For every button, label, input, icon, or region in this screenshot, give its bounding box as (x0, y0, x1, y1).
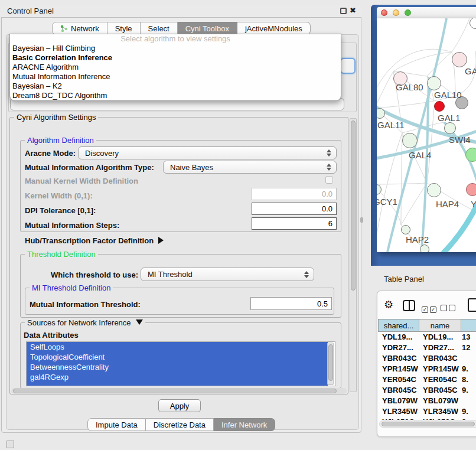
algorithm-option[interactable]: Mutual Information Inference (10, 72, 341, 81)
network-node[interactable] (427, 183, 441, 197)
sources-group-title[interactable]: Sources for Network Inference (25, 318, 145, 327)
settings-horizontal-scrollbar[interactable] (11, 388, 347, 394)
attribute-list-item[interactable] (27, 382, 328, 386)
tab-discretize-data[interactable]: Discretize Data (146, 418, 214, 431)
column-layout-icon[interactable] (403, 300, 415, 311)
network-node[interactable] (465, 148, 476, 162)
network-node[interactable] (401, 225, 410, 234)
cell-value (459, 396, 462, 406)
zoom-traffic-light-icon[interactable] (405, 9, 411, 16)
panel-divider-grip[interactable] (360, 217, 363, 223)
tab-select-label: Select (148, 24, 169, 33)
kernel-width-field[interactable] (252, 188, 337, 200)
select-all-columns-icon[interactable]: ✓✓ (422, 303, 438, 314)
cell-value: 12 (459, 343, 470, 353)
tab-select[interactable]: Select (141, 22, 178, 35)
column-header-name[interactable]: name (419, 319, 461, 332)
column-header-partial[interactable] (461, 319, 476, 332)
mi-threshold-field[interactable] (250, 297, 332, 310)
expanded-arrow-icon[interactable] (136, 319, 143, 325)
network-node[interactable] (434, 101, 445, 112)
apply-button[interactable]: Apply (158, 399, 201, 412)
mi-type-label: Mutual Information Algorithm Type: (25, 163, 154, 172)
table-row[interactable]: YLR345W YLR345W 9. (378, 406, 476, 417)
network-node[interactable] (427, 76, 441, 90)
aracne-mode-combobox[interactable]: Discovery (78, 146, 337, 159)
node-label: GAL80 (396, 82, 423, 92)
manual-kernel-checkbox[interactable] (325, 176, 333, 184)
node-label: GAL4 (409, 150, 431, 160)
minimize-traffic-light-icon[interactable] (393, 9, 399, 16)
new-table-icon[interactable] (468, 298, 476, 312)
attribute-list-item[interactable]: TopologicalCoefficient (27, 352, 328, 362)
attribute-list-item[interactable]: BetweennessCentrality (27, 362, 328, 372)
gear-icon[interactable]: ⚙ (384, 298, 393, 311)
table-hscrollbar-thumb[interactable] (382, 422, 475, 426)
table-header-row: shared... name (378, 319, 476, 332)
attributes-scrollbar-thumb[interactable] (328, 344, 333, 381)
settings-hscrollbar-thumb[interactable] (13, 389, 337, 393)
close-icon[interactable]: ✖ (350, 6, 356, 15)
cell-name: YJL052C (419, 417, 459, 420)
table-horizontal-scrollbar[interactable] (379, 420, 476, 428)
settings-scrollbar-thumb[interactable] (351, 120, 356, 291)
attributes-scrollbar[interactable] (327, 343, 334, 385)
table-row[interactable]: YJL052C YJL052C 9 (378, 417, 476, 420)
node-label: HAP2 (406, 234, 429, 244)
which-threshold-combobox[interactable]: MI Threshold (141, 268, 314, 281)
tab-discretize-data-label: Discretize Data (154, 420, 206, 429)
tab-style[interactable]: Style (107, 22, 141, 35)
cell-value: 8. (459, 374, 468, 385)
cell-name: YBR043C (419, 353, 459, 364)
cell-name: YBL079W (419, 396, 459, 406)
table-row[interactable]: YBL079W YBL079W (378, 396, 476, 406)
application-root: Control Panel ✖ Network Style Select Cyn… (0, 0, 476, 450)
mi-type-value: Naive Bayes (170, 163, 213, 172)
attribute-list-item[interactable]: SelfLoops (27, 342, 328, 352)
network-node[interactable] (420, 244, 429, 252)
network-node[interactable] (452, 52, 467, 67)
network-canvas[interactable]: GAL GAL80 GAL10 GAL1 GAL11 SWI4 GAL4 GCY… (377, 18, 476, 252)
cell-shared-name: YLR345W (378, 406, 419, 417)
tab-jactivemnodules-label: jActiveMNodules (245, 24, 302, 33)
algorithm-option[interactable]: ARACNE Algorithm (10, 63, 341, 72)
algorithm-option[interactable]: Bayesian – K2 (10, 81, 341, 91)
mi-steps-field[interactable] (252, 217, 337, 230)
algorithm-select-combobox[interactable] (340, 58, 356, 74)
node-label: HAP4 (436, 199, 459, 209)
deselect-all-columns-icon[interactable] (441, 303, 457, 314)
cell-shared-name: YDL19... (378, 332, 419, 343)
tab-cyni-toolbox[interactable]: Cyni Toolbox (178, 22, 237, 35)
table-row[interactable]: YDL19... YDL19... 13 (378, 332, 476, 343)
network-window-titlebar (377, 7, 476, 18)
column-header-shared[interactable]: shared... (378, 319, 419, 332)
settings-vertical-scrollbar[interactable] (350, 118, 357, 392)
close-traffic-light-icon[interactable] (381, 9, 387, 16)
float-window-icon[interactable] (340, 8, 347, 14)
hub-section-toggle[interactable]: Hub/Transcription Factor Definition (25, 236, 164, 245)
tab-jactivemnodules[interactable]: jActiveMNodules (237, 22, 311, 35)
algorithm-option[interactable]: Dream8 DC_TDC Algorithm (10, 91, 341, 100)
manual-kernel-label: Manual Kernel Width Definition (25, 177, 138, 185)
tab-network[interactable]: Network (52, 22, 107, 35)
table-row[interactable]: YDR27... YDR27... 12 (378, 343, 476, 353)
cell-shared-name: YDR27... (378, 343, 419, 353)
table-row[interactable]: YPR145W YPR145W 9. (378, 364, 476, 374)
dpi-tolerance-field[interactable] (252, 203, 337, 215)
bottom-left-grip[interactable] (6, 441, 14, 448)
network-node[interactable] (444, 122, 456, 134)
algorithm-option[interactable]: Basic Correlation Inference (10, 53, 341, 63)
network-node[interactable] (466, 183, 476, 196)
network-node[interactable] (402, 133, 418, 148)
table-row[interactable]: YBR043C YBR043C (378, 353, 476, 364)
table-row[interactable]: YER054C YER054C 8. (378, 374, 476, 385)
tab-impute-data[interactable]: Impute Data (87, 418, 146, 431)
algorithm-option[interactable]: Bayesian – Hill Climbing (10, 44, 341, 53)
collapsed-arrow-icon[interactable] (158, 237, 164, 244)
algorithm-definition-title: Algorithm Definition (25, 136, 96, 145)
cell-shared-name: YER054C (378, 374, 419, 385)
mi-type-combobox[interactable]: Naive Bayes (163, 161, 337, 174)
table-row[interactable]: YBR045C YBR045C 9. (378, 385, 476, 396)
tab-infer-network[interactable]: Infer Network (214, 418, 275, 431)
attribute-list-item[interactable]: gal4RGexp (27, 372, 328, 382)
